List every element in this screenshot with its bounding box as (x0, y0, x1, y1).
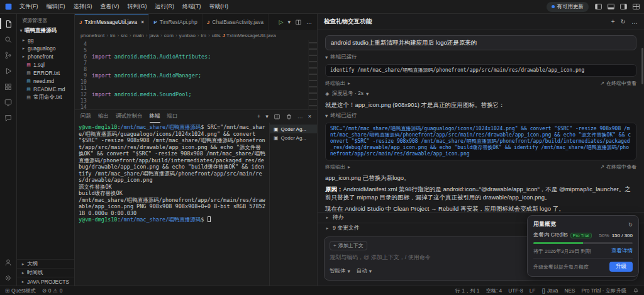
minimap[interactable] (308, 40, 317, 109)
menu-edit[interactable]: 编辑(E) (43, 1, 69, 12)
breadcrumb-file[interactable]: TxImMessageUtil.java (226, 33, 276, 38)
add-context-chip[interactable]: + 添加上下文 (330, 241, 367, 250)
search-icon[interactable] (0, 31, 16, 47)
chevron-right-icon[interactable]: ▸ (348, 81, 350, 86)
terminal-dropdown-caret-icon[interactable]: ▾ (265, 113, 269, 120)
account-icon[interactable] (0, 254, 16, 270)
agent-selector[interactable]: 智能体 ▾ (330, 267, 350, 275)
view-in-terminal-link[interactable]: ↗ 在终端中查看 (600, 80, 636, 87)
terminal-command-block: identify /mnt/mac_share/唱鸭直播源码/phonefron… (325, 64, 636, 77)
run-debug-icon[interactable] (0, 63, 16, 79)
extensions-icon[interactable] (0, 79, 16, 94)
update-available-badge[interactable]: 有可用更新 (547, 2, 589, 12)
breadcrumb-item[interactable]: main (128, 33, 144, 38)
expire-date: 将于 2026年3月29日 到期 (533, 248, 591, 255)
split-terminal-icon[interactable] (274, 113, 280, 120)
problems-indicator[interactable]: ⊘ 0 ⚠ 0 (42, 287, 63, 294)
run-dropdown-caret-icon[interactable]: ▾ (287, 19, 291, 25)
refresh-icon[interactable]: ↻ (628, 221, 633, 228)
menu-file[interactable]: 文件(F) (16, 1, 42, 12)
settings-gear-icon[interactable] (0, 270, 16, 286)
new-terminal-icon[interactable]: + (257, 113, 260, 120)
tree-item-gg[interactable]: ▸ gg (17, 36, 74, 44)
split-editor-icon[interactable] (295, 19, 302, 26)
more-actions-icon[interactable]: … (306, 19, 312, 25)
source-control-icon[interactable] (0, 47, 16, 63)
tab-tximmessageutil[interactable]: J TxImMessageUtil.java × (75, 14, 149, 30)
view-details-link[interactable]: 查看详情 (611, 247, 633, 255)
kill-terminal-icon[interactable] (286, 113, 292, 120)
menu-run[interactable]: 运行(R) (152, 1, 179, 12)
code-editor[interactable]: 4567891011121314 import android.media.Au… (75, 40, 317, 109)
more-actions-icon[interactable]: … (297, 113, 303, 120)
breadcrumb-item[interactable]: com (158, 33, 174, 38)
panel-tab-problems[interactable]: 问题 (80, 110, 91, 123)
usage-progress-bar (533, 242, 633, 244)
close-icon[interactable]: × (141, 19, 144, 25)
breadcrumb[interactable]: phonefront im src main java com yunbao i… (75, 30, 317, 40)
quest-mode-indicator[interactable]: ⊞ Quest模式 (5, 287, 36, 294)
chat-icon[interactable] (0, 110, 16, 126)
notifications-bell-icon[interactable] (633, 287, 639, 294)
tree-item-need-md[interactable]: ▤ need.md (17, 77, 74, 85)
deep-thinking-row[interactable]: ◈ 深度思考 · 2s ▾ (325, 90, 636, 97)
breadcrumb-item[interactable]: phonefront (80, 33, 104, 38)
section-java-projects[interactable]: ▸ JAVA PROJECTS (17, 277, 74, 286)
upgrade-button[interactable]: 升级 (609, 262, 633, 272)
terminal-step-header[interactable]: ▾ 终端已运行 (325, 112, 636, 120)
pro-trial-upgrade[interactable]: Pro Trial - 立即升级 (582, 287, 626, 294)
menu-go[interactable]: 转到(G) (124, 1, 151, 12)
eol-indicator[interactable]: LF (530, 287, 536, 294)
breadcrumb-item[interactable]: yunbao (174, 33, 196, 38)
nes-indicator[interactable]: NES (564, 287, 575, 294)
customize-layout-icon[interactable] (632, 3, 640, 11)
menu-selection[interactable]: 选择(S) (70, 1, 96, 12)
indentation[interactable]: 空格: 4 (486, 287, 502, 294)
tree-item-error-txt[interactable]: ▤ ERROR.txt (17, 69, 74, 77)
terminal[interactable]: y@vm-dmg1s10:/mnt/mac_share/唱鸭直播源码$ SRC=… (75, 123, 269, 286)
tree-item-readme-md[interactable]: ▤ README.md (17, 85, 74, 93)
menu-terminal[interactable]: 终端(T) (179, 1, 205, 12)
close-panel-icon[interactable]: × (308, 113, 311, 120)
section-outline[interactable]: ▸ 大纲 (17, 259, 74, 268)
more-icon[interactable]: … (631, 18, 638, 25)
tree-item-commands-txt[interactable]: ▤ 常用命令.txt (17, 93, 74, 101)
panel-tab-debug-console[interactable]: 调试控制台 (116, 110, 143, 123)
remote-explorer-icon[interactable] (0, 94, 16, 110)
cursor-position[interactable]: 行 1，列 1 (455, 287, 480, 294)
menu-help[interactable]: 帮助(H) (206, 1, 233, 12)
breadcrumb-item[interactable]: utils (206, 33, 221, 38)
terminal-step-header[interactable]: ▾ 终端已运行 (325, 53, 636, 61)
chevron-right-icon[interactable]: ▸ (348, 164, 350, 170)
encoding[interactable]: UTF-8 (508, 287, 523, 294)
explorer-root-folder[interactable]: ▾ 唱鸭直播源码 (17, 26, 74, 36)
panel-tab-terminal[interactable]: 终端 (150, 110, 160, 123)
tree-item-guagualogo[interactable]: ▸ guagualogo (17, 44, 74, 52)
toggle-sidebar-icon[interactable] (594, 3, 602, 11)
breadcrumb-item[interactable]: im (104, 33, 115, 38)
panel-tab-output[interactable]: 输出 (98, 110, 109, 123)
panel-tab-ports[interactable]: 端口 (167, 110, 178, 123)
new-chat-icon[interactable]: + (611, 18, 615, 25)
explorer-icon[interactable] (0, 16, 16, 31)
language-mode[interactable]: {} Java (541, 287, 558, 294)
model-selector[interactable]: 自动 ▾ (357, 267, 372, 275)
terminal-session[interactable]: ▣ Qoder Ag... (270, 125, 317, 133)
view-in-terminal-link[interactable]: ↗ 在终端中查看 (600, 164, 636, 170)
tab-chatbaseactivity[interactable]: J ChatBaseActivity.java (203, 14, 269, 30)
breadcrumb-item[interactable]: im (196, 33, 206, 38)
run-file-icon[interactable]: ▷ (279, 19, 284, 25)
title-bar: 文件(F) 编辑(E) 选择(S) 查看(V) 转到(G) 运行(R) 终端(T… (0, 0, 644, 14)
menu-view[interactable]: 查看(V) (97, 1, 123, 12)
tree-item-sql-file[interactable]: ▤ 1.sql (17, 60, 74, 69)
toggle-panel-icon[interactable] (607, 3, 615, 11)
history-icon[interactable]: ↻ (621, 18, 626, 25)
tree-item-phonefront[interactable]: ▸ phonefront (17, 52, 74, 60)
terminal-session[interactable]: ▣ Qoder Ag... (270, 133, 317, 142)
tab-timrestapi[interactable]: P TimRestApi.php (149, 14, 203, 30)
chat-scrollbar[interactable] (641, 48, 643, 84)
breadcrumb-item[interactable]: java (144, 33, 158, 38)
section-timeline[interactable]: ▸ 时间线 (17, 268, 74, 277)
breadcrumb-item[interactable]: src (115, 33, 127, 38)
toggle-secondary-sidebar-icon[interactable] (619, 3, 628, 11)
